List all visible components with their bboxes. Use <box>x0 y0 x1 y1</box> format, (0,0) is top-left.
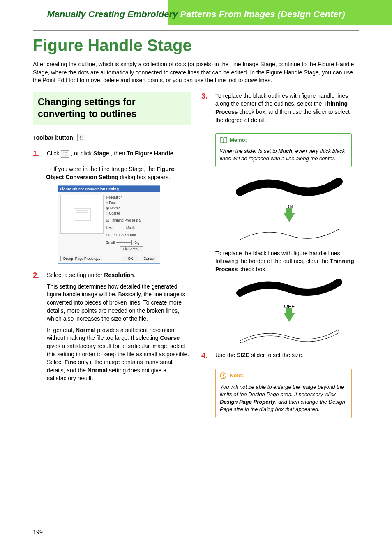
t: Select a setting under <box>47 272 104 278</box>
note-callout: Note: You will not be able to enlarge th… <box>215 369 352 418</box>
arrow-down-icon <box>284 313 295 322</box>
dlg-cancel-button[interactable]: Cancel <box>141 256 157 261</box>
step-number: 4. <box>201 351 210 363</box>
t: Thinning Process: 5 <box>110 218 141 223</box>
step-2: 2. Select a setting under Resolution. Th… <box>33 271 191 386</box>
alert-icon <box>220 372 227 379</box>
t: , or click <box>71 150 93 157</box>
t: In general, <box>47 327 76 333</box>
memo-title: Memo: <box>230 137 247 143</box>
page-title: Figure Handle Stage <box>33 36 359 55</box>
step-number: 3. <box>201 92 210 127</box>
t: You will not be able to enlarge the imag… <box>220 384 344 397</box>
subheading: Changing settings for converting to outl… <box>38 96 186 120</box>
intro-paragraph: After creating the outline, which is sim… <box>33 60 359 85</box>
step-number: 1. <box>33 150 42 161</box>
t: dialog box appears. <box>118 174 170 180</box>
memo-body: When the slider is set to Much, even ver… <box>220 148 347 162</box>
t: Fine <box>109 200 116 205</box>
t: check box. <box>238 266 267 272</box>
t: . <box>173 150 175 157</box>
dlg-size-slider[interactable]: Small ————┤ Big <box>106 240 157 245</box>
svg-rect-1 <box>223 374 224 376</box>
figure-handle-icon: ⬚ <box>77 134 85 141</box>
step-body: Select a setting under Resolution. This … <box>47 271 191 386</box>
t: Normal <box>88 367 107 374</box>
dlg-radio-coarse[interactable]: ○ Coarse <box>106 211 157 216</box>
book-icon <box>220 137 227 143</box>
memo-header: Memo: <box>220 137 347 145</box>
step-1-result: → If you were in the Line Image Stage, t… <box>46 165 191 181</box>
dlg-size-label: SIZE: 100 x 91 mm <box>106 233 157 238</box>
t: This setting determines how detailed the… <box>47 283 191 323</box>
t: Resolution <box>104 272 134 278</box>
t: Much <box>278 148 292 154</box>
diagram-on: ON <box>219 175 359 244</box>
t: , then <box>111 150 127 157</box>
note-title: Note: <box>230 372 243 379</box>
t: Coarse <box>109 211 120 216</box>
thin-wave-icon <box>232 225 347 244</box>
thick-wave-icon <box>232 175 347 200</box>
page-number: 199 <box>33 529 45 536</box>
dialog-preview <box>60 195 104 234</box>
arrow-down-icon <box>284 213 295 222</box>
t: Big <box>134 240 139 245</box>
footer-rule <box>33 535 359 535</box>
toolbar-text: Toolbar button: <box>33 134 75 141</box>
t: Coarse <box>160 335 179 341</box>
step-4: 4. Use the SIZE slider to set the size. <box>201 351 359 363</box>
dlg-ok-button[interactable]: OK <box>122 256 139 261</box>
t: Stage <box>93 150 109 157</box>
dlg-radio-normal[interactable]: ◉ Normal <box>106 205 157 211</box>
t: → If you were in the Line Image Stage, t… <box>46 166 157 172</box>
dlg-design-page-property-button[interactable]: Design Page Property... <box>60 256 103 261</box>
step-1: 1. Click ⬚ , or click Stage , then To Fi… <box>33 150 191 161</box>
t: Normal <box>76 327 95 333</box>
step-body: Click ⬚ , or click Stage , then To Figur… <box>47 150 175 161</box>
outline-wave-icon <box>232 325 347 346</box>
dlg-thinning-slider[interactable]: Less —┼— Much <box>106 225 157 231</box>
t: Normal <box>110 205 121 211</box>
figure-handle-icon: ⬚ <box>61 150 69 158</box>
t: . <box>134 272 136 278</box>
header-rule <box>33 30 359 31</box>
t: When the slider is set to <box>220 148 278 154</box>
dlg-resolution-label: Resolution <box>106 195 157 200</box>
t: Click <box>47 150 61 157</box>
note-header: Note: <box>220 372 347 381</box>
step-3-continued: To replace the black lines with figure h… <box>215 249 359 274</box>
t: Fine <box>65 359 76 365</box>
step-3: 3. To replace the black outlines with fi… <box>201 92 359 127</box>
dialog-screenshot: Figure Object Conversion Setting Resolut… <box>58 185 160 264</box>
t: Small <box>106 240 115 245</box>
subheading-box: Changing settings for converting to outl… <box>33 92 191 125</box>
t: slider to set the size. <box>249 352 304 358</box>
t: To replace the black lines with figure h… <box>215 250 340 265</box>
dlg-thinning-check[interactable]: ☑ Thinning Process: 5 <box>106 218 157 223</box>
breadcrumb-title: Manually Creating Embroidery Patterns Fr… <box>33 9 359 21</box>
thick-wave-icon <box>232 277 347 300</box>
memo-callout: Memo: When the slider is set to Much, ev… <box>215 133 352 167</box>
step-body: Use the SIZE slider to set the size. <box>215 351 304 363</box>
diagram-off: OFF <box>219 277 359 346</box>
t: Design Page Property <box>220 399 275 405</box>
t: To Figure Handle <box>127 150 173 157</box>
t: Much <box>126 225 135 231</box>
t: Less <box>106 225 113 231</box>
note-body: You will not be able to enlarge the imag… <box>220 383 347 413</box>
t: Use the <box>215 352 237 358</box>
dlg-radio-fine[interactable]: ○ Fine <box>106 200 157 205</box>
step-number: 2. <box>33 271 42 386</box>
toolbar-button-label: Toolbar button: ⬚ <box>33 134 191 141</box>
svg-rect-2 <box>223 377 224 378</box>
step-body: To replace the black outlines with figur… <box>215 92 359 127</box>
t: SIZE <box>237 352 249 358</box>
dialog-title: Figure Object Conversion Setting <box>58 186 160 192</box>
dlg-pick-area-button[interactable]: Pick Area... <box>120 246 143 252</box>
